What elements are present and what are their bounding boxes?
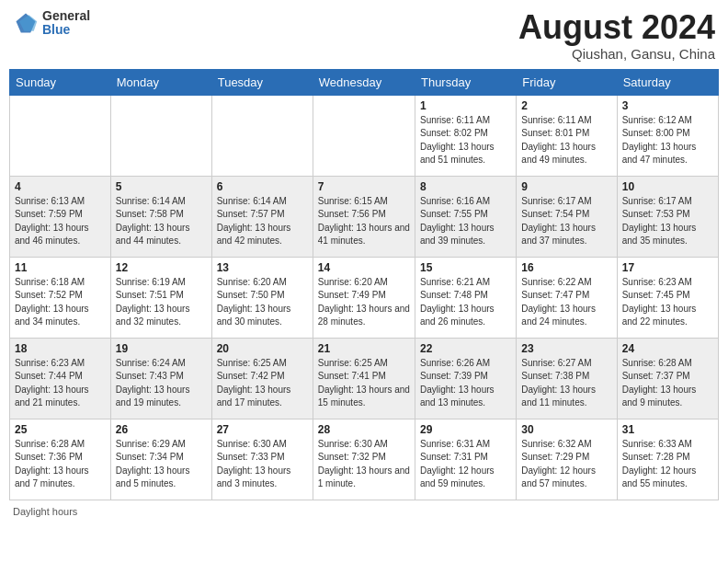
calendar-day-header: Thursday	[415, 69, 516, 95]
day-number: 9	[521, 180, 611, 193]
logo-general: General	[42, 9, 90, 23]
logo: General Blue	[13, 9, 90, 38]
day-info: Sunrise: 6:11 AM Sunset: 8:01 PM Dayligh…	[521, 114, 611, 167]
calendar-day-header: Tuesday	[211, 69, 313, 95]
day-info: Sunrise: 6:25 AM Sunset: 7:42 PM Dayligh…	[217, 357, 308, 410]
day-info: Sunrise: 6:28 AM Sunset: 7:37 PM Dayligh…	[622, 357, 713, 410]
day-number: 6	[217, 180, 308, 193]
calendar-cell: 14Sunrise: 6:20 AM Sunset: 7:49 PM Dayli…	[313, 257, 415, 338]
calendar-cell: 4Sunrise: 6:13 AM Sunset: 7:59 PM Daylig…	[10, 176, 111, 257]
calendar-week-row: 4Sunrise: 6:13 AM Sunset: 7:59 PM Daylig…	[10, 176, 719, 257]
calendar-week-row: 18Sunrise: 6:23 AM Sunset: 7:44 PM Dayli…	[10, 338, 719, 419]
day-number: 2	[521, 99, 611, 112]
day-number: 10	[622, 180, 713, 193]
day-number: 14	[318, 261, 410, 274]
day-number: 26	[116, 423, 207, 436]
day-info: Sunrise: 6:11 AM Sunset: 8:02 PM Dayligh…	[420, 114, 511, 167]
calendar-cell: 23Sunrise: 6:27 AM Sunset: 7:38 PM Dayli…	[517, 338, 617, 419]
daylight-label: Daylight hours	[13, 506, 77, 517]
calendar-cell: 16Sunrise: 6:22 AM Sunset: 7:47 PM Dayli…	[517, 257, 617, 338]
calendar-day-header: Monday	[110, 69, 211, 95]
day-info: Sunrise: 6:26 AM Sunset: 7:39 PM Dayligh…	[420, 357, 511, 410]
day-number: 4	[15, 180, 106, 193]
day-number: 12	[116, 261, 207, 274]
day-number: 21	[318, 342, 410, 355]
calendar-cell	[10, 95, 111, 176]
calendar-cell: 28Sunrise: 6:30 AM Sunset: 7:32 PM Dayli…	[313, 419, 415, 500]
day-number: 28	[318, 423, 410, 436]
calendar-cell: 30Sunrise: 6:32 AM Sunset: 7:29 PM Dayli…	[517, 419, 617, 500]
day-info: Sunrise: 6:23 AM Sunset: 7:45 PM Dayligh…	[622, 276, 713, 329]
day-info: Sunrise: 6:24 AM Sunset: 7:43 PM Dayligh…	[116, 357, 207, 410]
day-number: 8	[420, 180, 511, 193]
day-info: Sunrise: 6:30 AM Sunset: 7:33 PM Dayligh…	[217, 438, 308, 491]
day-info: Sunrise: 6:17 AM Sunset: 7:53 PM Dayligh…	[622, 195, 713, 248]
day-info: Sunrise: 6:19 AM Sunset: 7:51 PM Dayligh…	[116, 276, 207, 329]
day-number: 17	[622, 261, 713, 274]
calendar-cell: 3Sunrise: 6:12 AM Sunset: 8:00 PM Daylig…	[617, 95, 718, 176]
day-info: Sunrise: 6:20 AM Sunset: 7:49 PM Dayligh…	[318, 276, 410, 329]
page-header: General Blue August 2024 Qiushan, Gansu,…	[9, 9, 719, 62]
day-info: Sunrise: 6:29 AM Sunset: 7:34 PM Dayligh…	[116, 438, 207, 491]
day-info: Sunrise: 6:20 AM Sunset: 7:50 PM Dayligh…	[217, 276, 308, 329]
day-info: Sunrise: 6:28 AM Sunset: 7:36 PM Dayligh…	[15, 438, 106, 491]
calendar-cell: 25Sunrise: 6:28 AM Sunset: 7:36 PM Dayli…	[10, 419, 111, 500]
day-number: 16	[521, 261, 611, 274]
day-number: 31	[622, 423, 713, 436]
calendar-cell: 31Sunrise: 6:33 AM Sunset: 7:28 PM Dayli…	[617, 419, 718, 500]
day-number: 18	[15, 342, 106, 355]
calendar-cell: 27Sunrise: 6:30 AM Sunset: 7:33 PM Dayli…	[211, 419, 313, 500]
calendar-cell: 10Sunrise: 6:17 AM Sunset: 7:53 PM Dayli…	[617, 176, 718, 257]
day-number: 3	[622, 99, 713, 112]
day-number: 24	[622, 342, 713, 355]
calendar-cell: 12Sunrise: 6:19 AM Sunset: 7:51 PM Dayli…	[110, 257, 211, 338]
day-info: Sunrise: 6:12 AM Sunset: 8:00 PM Dayligh…	[622, 114, 713, 167]
day-info: Sunrise: 6:16 AM Sunset: 7:55 PM Dayligh…	[420, 195, 511, 248]
day-info: Sunrise: 6:23 AM Sunset: 7:44 PM Dayligh…	[15, 357, 106, 410]
calendar-day-header: Saturday	[617, 69, 718, 95]
day-number: 7	[318, 180, 410, 193]
day-number: 25	[15, 423, 106, 436]
day-info: Sunrise: 6:17 AM Sunset: 7:54 PM Dayligh…	[521, 195, 611, 248]
logo-text: General Blue	[42, 9, 90, 38]
calendar-cell: 17Sunrise: 6:23 AM Sunset: 7:45 PM Dayli…	[617, 257, 718, 338]
calendar-cell: 21Sunrise: 6:25 AM Sunset: 7:41 PM Dayli…	[313, 338, 415, 419]
calendar-day-header: Wednesday	[313, 69, 415, 95]
calendar-week-row: 1Sunrise: 6:11 AM Sunset: 8:02 PM Daylig…	[10, 95, 719, 176]
day-number: 20	[217, 342, 308, 355]
day-number: 30	[521, 423, 611, 436]
calendar-cell: 2Sunrise: 6:11 AM Sunset: 8:01 PM Daylig…	[517, 95, 617, 176]
day-info: Sunrise: 6:27 AM Sunset: 7:38 PM Dayligh…	[521, 357, 611, 410]
day-info: Sunrise: 6:22 AM Sunset: 7:47 PM Dayligh…	[521, 276, 611, 329]
calendar-week-row: 25Sunrise: 6:28 AM Sunset: 7:36 PM Dayli…	[10, 419, 719, 500]
calendar-cell: 15Sunrise: 6:21 AM Sunset: 7:48 PM Dayli…	[415, 257, 516, 338]
calendar-cell: 7Sunrise: 6:15 AM Sunset: 7:56 PM Daylig…	[313, 176, 415, 257]
calendar-cell	[313, 95, 415, 176]
calendar-cell: 19Sunrise: 6:24 AM Sunset: 7:43 PM Dayli…	[110, 338, 211, 419]
logo-blue: Blue	[42, 23, 90, 37]
day-info: Sunrise: 6:30 AM Sunset: 7:32 PM Dayligh…	[318, 438, 410, 491]
day-number: 15	[420, 261, 511, 274]
day-number: 23	[521, 342, 611, 355]
calendar-table: SundayMondayTuesdayWednesdayThursdayFrid…	[9, 69, 719, 500]
calendar-cell	[110, 95, 211, 176]
day-number: 5	[116, 180, 207, 193]
calendar-day-header: Friday	[517, 69, 617, 95]
calendar-cell: 22Sunrise: 6:26 AM Sunset: 7:39 PM Dayli…	[415, 338, 516, 419]
day-info: Sunrise: 6:18 AM Sunset: 7:52 PM Dayligh…	[15, 276, 106, 329]
day-info: Sunrise: 6:15 AM Sunset: 7:56 PM Dayligh…	[318, 195, 410, 248]
calendar-cell: 1Sunrise: 6:11 AM Sunset: 8:02 PM Daylig…	[415, 95, 516, 176]
day-info: Sunrise: 6:21 AM Sunset: 7:48 PM Dayligh…	[420, 276, 511, 329]
day-number: 19	[116, 342, 207, 355]
calendar-day-header: Sunday	[10, 69, 111, 95]
day-number: 1	[420, 99, 511, 112]
day-number: 22	[420, 342, 511, 355]
calendar-header-row: SundayMondayTuesdayWednesdayThursdayFrid…	[10, 69, 719, 95]
day-info: Sunrise: 6:25 AM Sunset: 7:41 PM Dayligh…	[318, 357, 410, 410]
day-info: Sunrise: 6:32 AM Sunset: 7:29 PM Dayligh…	[521, 438, 611, 491]
day-number: 13	[217, 261, 308, 274]
calendar-cell: 6Sunrise: 6:14 AM Sunset: 7:57 PM Daylig…	[211, 176, 313, 257]
calendar-cell: 18Sunrise: 6:23 AM Sunset: 7:44 PM Dayli…	[10, 338, 111, 419]
calendar-cell: 8Sunrise: 6:16 AM Sunset: 7:55 PM Daylig…	[415, 176, 516, 257]
day-info: Sunrise: 6:31 AM Sunset: 7:31 PM Dayligh…	[420, 438, 511, 491]
